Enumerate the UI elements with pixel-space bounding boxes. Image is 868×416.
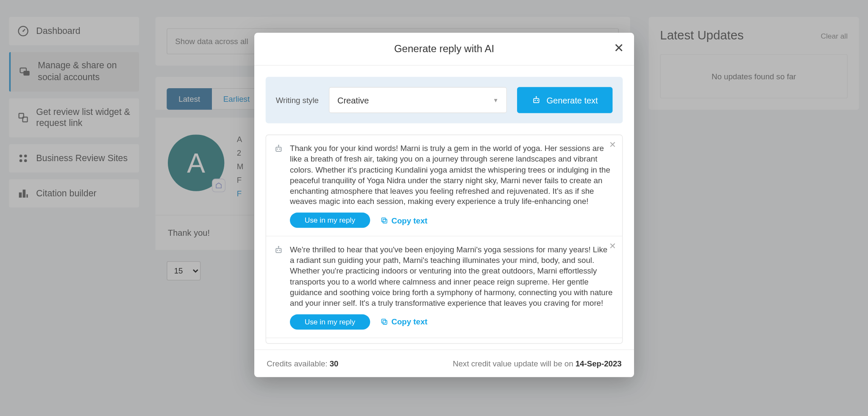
use-in-reply-button[interactable]: Use in my reply (290, 314, 370, 329)
copy-text-button[interactable]: Copy text (380, 317, 428, 326)
next-credit-update: Next credit value update will be on 14-S… (453, 359, 621, 368)
robot-icon (532, 95, 541, 104)
copy-label: Copy text (391, 317, 427, 326)
modal-toolbar: Writing style Creative ▼ Generate text (266, 77, 623, 123)
copy-label: Copy text (391, 216, 427, 225)
generate-label: Generate text (546, 95, 598, 105)
writing-style-select[interactable]: Creative ▼ (329, 87, 507, 113)
svg-point-26 (277, 250, 278, 251)
suggestion-text: We're thrilled to hear that you've been … (290, 244, 613, 308)
use-in-reply-button[interactable]: Use in my reply (290, 213, 370, 228)
svg-rect-18 (276, 147, 281, 151)
copy-text-button[interactable]: Copy text (380, 216, 428, 225)
svg-rect-25 (276, 248, 281, 253)
close-icon[interactable]: ✕ (614, 42, 624, 54)
svg-rect-13 (534, 98, 539, 103)
svg-point-29 (278, 246, 279, 247)
suggestions-list: Thank you for your kind words! Marni is … (266, 134, 623, 343)
suggestion-item: We're thrilled to hear that you've been … (266, 237, 622, 338)
close-icon[interactable]: ✕ (609, 140, 616, 150)
writing-style-value: Creative (337, 95, 369, 105)
modal-footer: Credits available: 30 Next credit value … (254, 349, 634, 377)
svg-point-20 (279, 148, 281, 150)
generate-text-button[interactable]: Generate text (517, 87, 612, 113)
credits-available: Credits available: 30 (267, 359, 338, 368)
robot-icon (274, 246, 283, 329)
svg-point-22 (278, 145, 279, 146)
svg-rect-30 (383, 321, 387, 324)
copy-icon (380, 318, 388, 326)
close-icon[interactable]: ✕ (609, 241, 616, 251)
copy-icon (380, 216, 388, 224)
svg-rect-31 (381, 319, 385, 323)
svg-point-17 (536, 96, 537, 98)
chevron-down-icon: ▼ (493, 97, 498, 103)
svg-rect-23 (383, 219, 387, 223)
modal-title: Generate reply with AI (394, 43, 494, 55)
robot-icon (274, 144, 283, 228)
writing-style-label: Writing style (276, 95, 319, 104)
suggestion-text: Thank you for your kind words! Marni is … (290, 143, 613, 207)
svg-point-15 (537, 100, 538, 101)
ai-reply-modal: Generate reply with AI ✕ Writing style C… (254, 33, 634, 377)
svg-point-19 (277, 148, 278, 150)
modal-header: Generate reply with AI ✕ (254, 33, 634, 65)
svg-point-27 (279, 250, 281, 251)
close-icon[interactable]: ✕ (609, 343, 616, 344)
svg-point-14 (534, 100, 536, 101)
suggestion-item: Thank you for your kind words! Marni is … (266, 135, 622, 237)
suggestion-item: Thank you for sharing your love for Marn… (266, 338, 622, 344)
svg-rect-24 (381, 218, 385, 222)
